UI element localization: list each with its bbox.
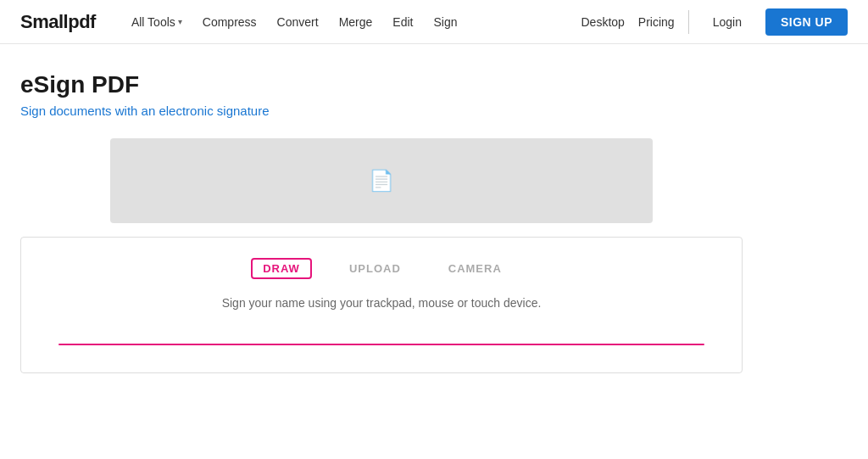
nav-left: All Tools ▾ Compress Convert Merge Edit …	[123, 10, 581, 34]
signature-line	[58, 344, 704, 345]
nav-convert[interactable]: Convert	[269, 10, 327, 34]
nav-merge[interactable]: Merge	[331, 10, 381, 34]
header: Smallpdf All Tools ▾ Compress Convert Me…	[0, 0, 868, 44]
sign-panel: DRAW UPLOAD CAMERA Sign your name using …	[20, 237, 743, 373]
login-button[interactable]: Login	[703, 10, 752, 34]
signup-button[interactable]: SIGN UP	[765, 8, 848, 36]
chevron-down-icon: ▾	[178, 17, 182, 26]
draw-instruction: Sign your name using your trackpad, mous…	[42, 296, 721, 310]
tab-draw[interactable]: DRAW	[251, 258, 312, 279]
tab-upload[interactable]: UPLOAD	[339, 259, 411, 278]
tab-camera[interactable]: CAMERA	[438, 259, 512, 278]
signature-tabs: DRAW UPLOAD CAMERA	[42, 258, 721, 279]
nav-right: Desktop Pricing Login SIGN UP	[581, 8, 849, 36]
nav-divider	[688, 10, 689, 34]
nav-compress[interactable]: Compress	[194, 10, 265, 34]
nav-pricing[interactable]: Pricing	[638, 15, 675, 29]
main-content: eSign PDF Sign documents with an electro…	[0, 44, 763, 373]
brand-logo[interactable]: Smallpdf	[20, 11, 96, 33]
nav-all-tools[interactable]: All Tools ▾	[123, 10, 191, 34]
nav-sign[interactable]: Sign	[425, 10, 465, 34]
nav-desktop[interactable]: Desktop	[581, 15, 625, 29]
upload-area[interactable]: 📄	[110, 138, 653, 223]
file-icon: 📄	[369, 169, 394, 193]
page-subtitle: Sign documents with an electronic signat…	[20, 104, 743, 118]
nav-edit[interactable]: Edit	[384, 10, 421, 34]
page-title: eSign PDF	[20, 71, 743, 98]
